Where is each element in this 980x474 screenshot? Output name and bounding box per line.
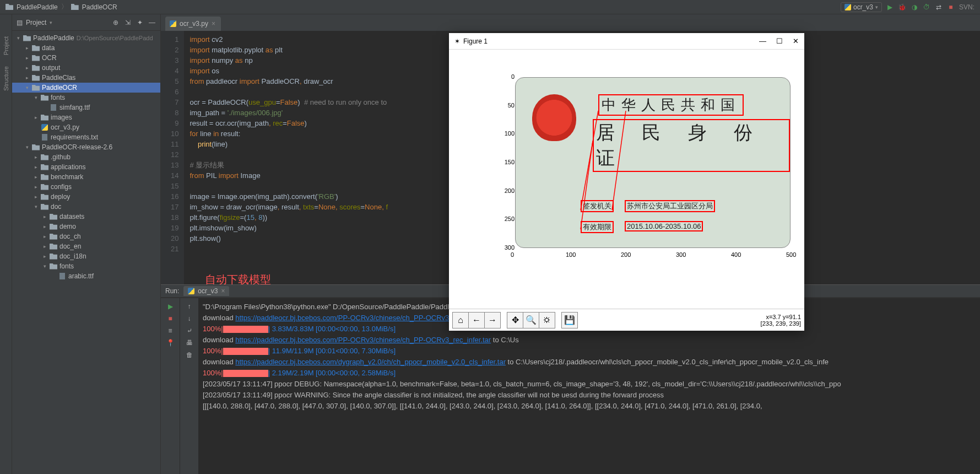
tree-arrow-icon[interactable]: ▾ [24, 144, 30, 150]
down-icon[interactable]: ↓ [186, 315, 193, 322]
tree-item[interactable]: ▸datasets [12, 212, 160, 222]
stop-icon[interactable]: ■ [166, 315, 174, 322]
tree-arrow-icon[interactable]: ▸ [42, 234, 47, 239]
tree-arrow-icon[interactable]: ▸ [33, 115, 39, 120]
rerun-icon[interactable]: ▶ [166, 303, 174, 310]
tree-item[interactable]: ▸doc_ch [12, 231, 160, 241]
tree-item[interactable]: ▾PaddleOCR [12, 83, 160, 93]
chevron-down-icon[interactable]: ▾ [50, 20, 52, 25]
save-icon[interactable]: 💾 [561, 312, 578, 328]
forward-icon[interactable]: → [484, 312, 501, 328]
minimize-icon[interactable]: — [759, 37, 766, 45]
close-icon[interactable]: × [212, 20, 215, 28]
tree-arrow-icon[interactable]: ▸ [42, 244, 47, 249]
tree-item[interactable]: ▸benchmark [12, 172, 160, 182]
structure-tool-button[interactable]: Structure [3, 66, 9, 91]
tree-item[interactable]: simfang.ttf [12, 103, 160, 112]
tree-item[interactable]: arabic.ttf [12, 271, 160, 281]
tree-arrow-icon[interactable]: ▸ [42, 224, 47, 229]
zoom-icon[interactable]: 🔍 [523, 312, 539, 328]
breadcrumb-folder[interactable]: PaddleOCR [82, 3, 117, 11]
tree-item[interactable]: ▸.github [12, 152, 160, 162]
tree-arrow-icon[interactable]: ▸ [33, 174, 39, 180]
profile-icon[interactable]: ⏱ [923, 3, 930, 11]
tree-item[interactable]: ▸PaddleClas [12, 73, 160, 83]
pin-icon[interactable]: 📍 [166, 339, 174, 347]
close-icon[interactable]: × [221, 287, 225, 295]
run-config-selector[interactable]: ocr_v3 ▾ [841, 2, 882, 12]
plot-area[interactable]: 中华人民共和国 居 民 身 份 证 签发机关 苏州市公安局工业园区分局 有效期限… [449, 50, 804, 309]
tree-item[interactable]: ▸output [12, 63, 160, 73]
tree-item[interactable]: ▸doc_en [12, 241, 160, 251]
tree-item[interactable]: ▾fonts [12, 261, 160, 271]
run-tab[interactable]: ocr_v3 × [183, 286, 229, 296]
tree-item[interactable]: ▾doc [12, 202, 160, 212]
folder-icon [32, 44, 40, 52]
settings-icon[interactable]: ✦ [136, 19, 144, 26]
clear-icon[interactable]: 🗑 [186, 351, 193, 359]
tree-item[interactable]: ▸applications [12, 162, 160, 172]
tree-arrow-icon[interactable]: ▾ [33, 95, 39, 100]
tree-arrow-icon[interactable]: ▾ [42, 263, 47, 269]
editor-tab[interactable]: ocr_v3.py × [165, 17, 221, 31]
tree-arrow-icon[interactable]: ▸ [33, 154, 39, 160]
tree-item[interactable]: ▸doc_i18n [12, 251, 160, 261]
tree-arrow-icon[interactable]: ▸ [33, 164, 39, 170]
debug-icon[interactable]: 🐞 [898, 3, 906, 11]
tree-label: datasets [59, 213, 84, 220]
tree-item[interactable]: ▸configs [12, 182, 160, 192]
configure-icon[interactable]: ⛭ [539, 312, 555, 328]
up-icon[interactable]: ↑ [186, 303, 193, 310]
attach-icon[interactable]: ⇄ [935, 3, 943, 11]
tree-arrow-icon[interactable]: ▾ [15, 35, 21, 41]
tree-item[interactable]: ▸images [12, 112, 160, 122]
tree-arrow-icon[interactable]: ▸ [24, 75, 30, 80]
coverage-icon[interactable]: ◑ [911, 3, 918, 11]
home-icon[interactable]: ⌂ [452, 312, 469, 328]
tree-arrow-icon[interactable]: ▾ [33, 204, 39, 209]
tree-arrow-icon[interactable]: ▸ [24, 45, 30, 51]
maximize-icon[interactable]: ☐ [776, 37, 783, 45]
tree-item[interactable]: ▸deploy [12, 192, 160, 202]
tree-arrow-icon[interactable]: ▸ [33, 194, 39, 200]
tree-label: PaddleOCR-release-2.6 [42, 143, 112, 151]
tree-item[interactable]: ▸data [12, 43, 160, 53]
tree-arrow-icon[interactable]: ▸ [24, 55, 30, 61]
layout-icon[interactable]: ≡ [166, 327, 174, 335]
run-icon[interactable]: ▶ [886, 3, 894, 11]
tree-item[interactable]: ▾fonts [12, 93, 160, 103]
project-title[interactable]: Project [26, 19, 46, 26]
hide-icon[interactable]: — [148, 19, 156, 26]
project-tool-button[interactable]: Project [3, 36, 9, 55]
expand-icon[interactable]: ⇲ [124, 19, 132, 26]
tree-label: PaddleOCR [42, 84, 77, 91]
close-icon[interactable]: ✕ [793, 37, 799, 45]
print-icon[interactable]: 🖶 [186, 339, 193, 347]
tree-arrow-icon[interactable] [42, 105, 47, 110]
tree-item[interactable]: ▾PaddleOCR-release-2.6 [12, 142, 160, 152]
back-icon[interactable]: ← [468, 312, 485, 328]
tree-item[interactable]: requirements.txt [12, 132, 160, 142]
tree-item[interactable]: ▸demo [12, 222, 160, 231]
tree-arrow-icon[interactable] [33, 134, 39, 140]
tree-arrow-icon[interactable]: ▾ [24, 85, 30, 90]
tree-item[interactable]: ocr_v3.py [12, 122, 160, 132]
pan-icon[interactable]: ✥ [507, 312, 523, 328]
tree-item[interactable]: ▸OCR [12, 53, 160, 63]
tree-item[interactable]: ▾PaddlePaddle D:\OpenSource\PaddlePadd [12, 33, 160, 43]
locate-icon[interactable]: ⊕ [112, 19, 120, 26]
breadcrumb-root[interactable]: PaddlePaddle [17, 3, 58, 11]
stop-icon[interactable]: ■ [947, 3, 955, 11]
tree-arrow-icon[interactable]: ▸ [33, 184, 39, 190]
figure-titlebar[interactable]: ✶ Figure 1 — ☐ ✕ [449, 33, 804, 50]
tree-arrow-icon[interactable]: ▸ [42, 214, 47, 219]
figure-window[interactable]: ✶ Figure 1 — ☐ ✕ 中华人民共和国 居 民 身 份 证 签发机关 … [449, 33, 804, 331]
tree-arrow-icon[interactable] [51, 273, 56, 279]
tree-arrow-icon[interactable]: ▸ [24, 65, 30, 71]
tree-arrow-icon[interactable] [33, 125, 39, 130]
breadcrumb-separator-icon: 〉 [61, 2, 68, 12]
project-tree[interactable]: ▾PaddlePaddle D:\OpenSource\PaddlePadd▸d… [12, 31, 160, 474]
tree-arrow-icon[interactable]: ▸ [42, 254, 47, 259]
soft-wrap-icon[interactable]: ⤶ [186, 327, 193, 335]
y-tick: 50 [508, 102, 515, 109]
